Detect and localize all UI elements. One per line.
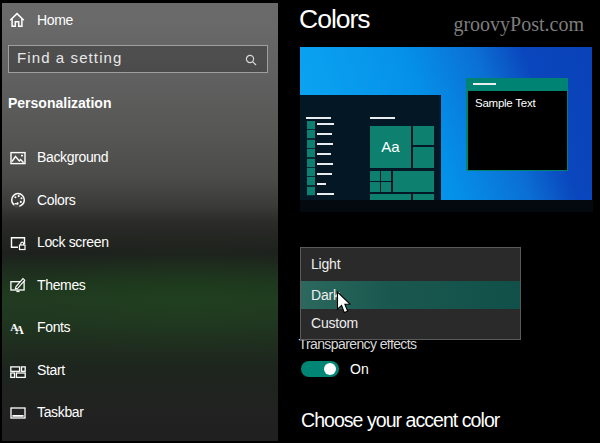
svg-text:A: A xyxy=(16,324,25,336)
